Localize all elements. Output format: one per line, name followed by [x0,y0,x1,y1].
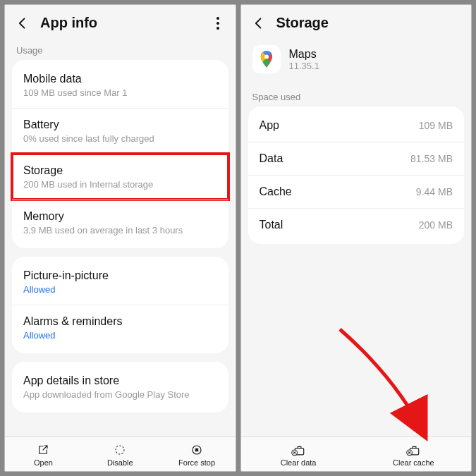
clear-cache-button[interactable]: Clear cache [356,437,471,471]
svg-rect-2 [195,448,199,452]
header: App info [5,5,236,38]
clear-cache-icon [356,443,471,457]
clear-data-icon [241,443,356,457]
page-title: App info [40,15,210,31]
overflow-menu[interactable] [210,17,226,30]
dots-icon [216,17,219,20]
item-alarms[interactable]: Alarms & reminders Allowed [12,305,228,350]
permissions-card: Picture-in-picture Allowed Alarms & remi… [12,257,228,353]
app-header: Maps 11.35.1 [241,38,472,85]
usage-card: Mobile data 109 MB used since Mar 1 Batt… [12,60,228,248]
clear-data-button[interactable]: Clear data [241,437,356,471]
section-usage-label: Usage [5,38,236,60]
item-memory[interactable]: Memory 3.9 MB used on average in last 3 … [12,200,228,245]
store-card: App details in store App downloaded from… [12,362,228,413]
row-total: Total 200 MB [248,208,465,241]
svg-point-4 [264,55,269,59]
force-stop-button[interactable]: Force stop [159,437,236,471]
item-mobile-data[interactable]: Mobile data 109 MB used since Mar 1 [12,63,228,108]
item-storage[interactable]: Storage 200 MB used in Internal storage [12,154,228,200]
chevron-left-icon [252,16,266,30]
disable-icon [82,443,159,457]
back-button[interactable] [15,16,30,31]
space-card: App 109 MB Data 81.53 MB Cache 9.44 MB T… [248,106,465,244]
phone-storage: Storage Maps 11.35.1 Space used App 109 … [240,4,472,472]
row-data: Data 81.53 MB [248,142,465,175]
back-button[interactable] [251,16,267,31]
footer-actions: Clear data Clear cache [241,437,472,471]
app-name: Maps [289,48,319,61]
app-version: 11.35.1 [289,61,319,71]
item-pip[interactable]: Picture-in-picture Allowed [12,260,228,305]
header: Storage [241,5,472,38]
item-app-details[interactable]: App details in store App downloaded from… [12,365,228,410]
section-space-label: Space used [241,85,472,106]
chevron-left-icon [16,16,30,30]
item-battery[interactable]: Battery 0% used since last fully charged [12,108,228,154]
maps-icon [252,45,281,73]
open-icon [5,443,82,457]
svg-point-0 [116,446,124,454]
stop-icon [159,443,236,457]
open-button[interactable]: Open [5,437,82,471]
phone-app-info: App info Usage Mobile data 109 MB used s… [4,4,236,472]
footer-actions: Open Disable Force stop [5,437,236,471]
row-cache: Cache 9.44 MB [248,175,465,208]
disable-button[interactable]: Disable [82,437,159,471]
row-app: App 109 MB [248,109,465,142]
page-title: Storage [276,15,462,31]
